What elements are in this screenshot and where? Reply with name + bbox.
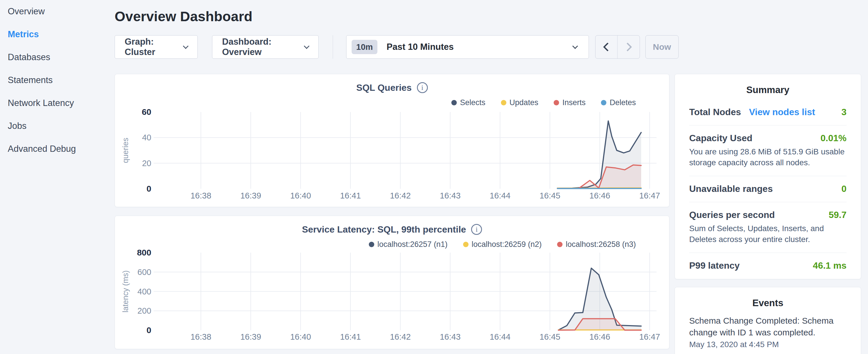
event-date: May 13, 2020 at 4:45 PM [689, 340, 846, 349]
svg-text:16:44: 16:44 [490, 191, 510, 200]
summary-row: P99 latency46.1 ms [689, 253, 846, 279]
svg-text:16:41: 16:41 [340, 191, 361, 200]
summary-label: P99 latency [689, 260, 740, 271]
svg-text:16:40: 16:40 [290, 191, 311, 200]
summary-value: 0 [841, 184, 846, 194]
now-button[interactable]: Now [645, 35, 679, 59]
sidebar-item-overview[interactable]: Overview [8, 0, 76, 23]
graph-dropdown[interactable]: Graph: Cluster [115, 35, 198, 59]
view-nodes-list-link[interactable]: View nodes list [749, 107, 815, 118]
svg-text:16:47: 16:47 [639, 191, 660, 200]
summary-row: Unavailable ranges0 [689, 176, 846, 202]
dashboard-dropdown-label: Dashboard: Overview [222, 37, 298, 57]
svg-text:16:43: 16:43 [440, 191, 461, 200]
summary-value: 0.01% [820, 133, 846, 143]
summary-row: Queries per second59.7Sum of Selects, Up… [689, 202, 846, 253]
sidebar-item-databases[interactable]: Databases [8, 46, 76, 69]
sidebar: OverviewMetricsDatabasesStatementsNetwor… [0, 0, 109, 354]
svg-text:16:42: 16:42 [390, 332, 411, 342]
time-range-dropdown[interactable]: 10m Past 10 Minutes [346, 35, 589, 59]
summary-value: 59.7 [829, 210, 846, 220]
svg-text:16:46: 16:46 [589, 332, 610, 342]
svg-text:800: 800 [137, 248, 151, 257]
svg-text:16:38: 16:38 [191, 332, 212, 342]
summary-row: Total NodesView nodes list3 [689, 99, 846, 125]
svg-text:16:45: 16:45 [539, 191, 560, 200]
summary-description: You are using 28.6 MiB of 515.9 GiB usab… [689, 147, 846, 168]
toolbar-divider [333, 35, 333, 59]
summary-description: Sum of Selects, Updates, Inserts, and De… [689, 223, 846, 245]
events-title: Events [675, 287, 861, 309]
svg-text:200: 200 [137, 306, 151, 315]
service-latency-card: Service Latency: SQL, 99th percentile i … [115, 216, 670, 349]
svg-text:16:46: 16:46 [589, 191, 610, 200]
svg-text:40: 40 [142, 133, 151, 142]
summary-row: Capacity Used0.01%You are using 28.6 MiB… [689, 125, 846, 176]
sidebar-nav: OverviewMetricsDatabasesStatementsNetwor… [8, 0, 76, 160]
time-range-label: Past 10 Minutes [386, 42, 573, 52]
sql-queries-card: SQL Queries i SelectsUpdatesInsertsDelet… [115, 74, 670, 207]
svg-text:0: 0 [147, 325, 151, 335]
time-step-buttons [595, 35, 640, 59]
summary-label: Capacity Used [689, 133, 752, 143]
svg-text:400: 400 [137, 287, 151, 296]
sidebar-item-advanced-debug[interactable]: Advanced Debug [8, 137, 76, 160]
svg-text:latency (ms): latency (ms) [121, 270, 130, 313]
svg-text:60: 60 [142, 107, 151, 117]
time-range-badge: 10m [351, 40, 377, 54]
svg-text:16:39: 16:39 [241, 332, 261, 342]
summary-panel: Summary Total NodesView nodes list3Capac… [675, 74, 861, 279]
graph-dropdown-label: Graph: Cluster [125, 37, 177, 57]
svg-text:16:38: 16:38 [191, 191, 212, 200]
chevron-left-icon [603, 42, 612, 51]
events-panel: Events Schema Change Completed: Schema c… [675, 287, 861, 354]
svg-text:20: 20 [142, 159, 151, 168]
svg-text:16:42: 16:42 [390, 191, 411, 200]
summary-value: 3 [841, 107, 846, 118]
svg-text:16:47: 16:47 [639, 332, 660, 342]
sql-queries-chart[interactable]: 16:3816:3916:4016:4116:4216:4316:4416:45… [115, 74, 670, 207]
summary-label: Queries per second [689, 210, 775, 220]
chevron-right-icon [623, 42, 632, 51]
service-latency-chart[interactable]: 16:3816:3916:4016:4116:4216:4316:4416:45… [115, 216, 670, 349]
svg-text:queries: queries [121, 138, 130, 163]
next-time-button[interactable] [618, 35, 640, 58]
dashboard-dropdown[interactable]: Dashboard: Overview [212, 35, 319, 59]
chevron-down-icon [572, 43, 578, 49]
prev-time-button[interactable] [595, 35, 618, 58]
sidebar-item-network-latency[interactable]: Network Latency [8, 92, 76, 115]
svg-text:600: 600 [137, 267, 151, 277]
svg-text:16:44: 16:44 [490, 332, 510, 342]
summary-value: 46.1 ms [813, 260, 846, 271]
svg-text:16:45: 16:45 [539, 332, 560, 342]
svg-text:16:40: 16:40 [290, 332, 311, 342]
svg-text:0: 0 [147, 184, 151, 193]
event-text: Schema Change Completed: Schema change w… [689, 315, 846, 338]
summary-label: Unavailable ranges [689, 184, 773, 194]
svg-text:16:39: 16:39 [241, 191, 261, 200]
page-title: Overview Dashboard [115, 9, 252, 24]
sidebar-item-statements[interactable]: Statements [8, 69, 76, 92]
summary-title: Summary [675, 74, 861, 95]
chevron-down-icon [304, 43, 309, 49]
summary-label: Total Nodes [689, 107, 741, 118]
sidebar-item-metrics[interactable]: Metrics [8, 23, 76, 46]
svg-text:16:41: 16:41 [340, 332, 361, 342]
chevron-down-icon [183, 43, 189, 49]
sidebar-item-jobs[interactable]: Jobs [8, 115, 76, 137]
svg-text:16:43: 16:43 [440, 332, 461, 342]
